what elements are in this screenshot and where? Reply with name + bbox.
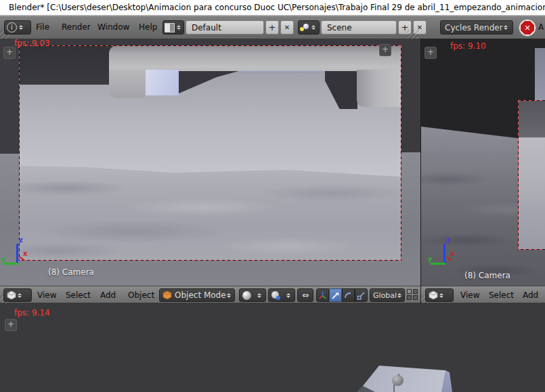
menu-view[interactable]: View [37,290,56,300]
axis-y-line [3,263,18,265]
camera-frame-partial [518,100,545,250]
axis-z-label: z [19,236,23,244]
solid-shading-icon [242,291,251,300]
editor-type-selector-info[interactable]: i [4,20,31,35]
axis-z-label: z [446,236,450,244]
toolshelf-expand-button[interactable]: + [5,319,17,331]
chevron-updown-icon [226,291,232,300]
info-header: i File Render Window Help Default + ✕ [0,16,545,40]
red-cancel-icon: ✕ [521,21,534,35]
manipulator-toggle-button[interactable] [316,288,329,302]
menu-file[interactable]: File [36,22,49,32]
translate-arrow-icon [331,291,340,300]
camera-border-right [401,45,401,261]
cancel-render-button[interactable]: ✕ [519,19,536,37]
fps-readout: fps: 9.03 [14,39,50,48]
scale-icon [357,291,366,300]
axis-x-label: x [450,250,454,257]
menu-view[interactable]: View [460,290,479,300]
camera-border-bottom [518,249,545,250]
rotate-arc-icon [344,291,353,300]
chevron-updown-icon [311,23,317,32]
scale-manipulator-button[interactable] [355,288,368,302]
view3d-header-left: View Select Add Object Object Mode ⇔ [0,286,420,303]
world-background [19,45,114,85]
menu-window[interactable]: Window [97,22,129,32]
translate-manipulator-button[interactable] [329,288,342,302]
camera-border-left [518,100,519,250]
view3d-editor-icon [428,290,439,301]
transform-orientation-dropdown[interactable]: Global [370,288,405,302]
scene-name-field[interactable]: Scene [321,20,397,35]
add-layout-button[interactable]: + [265,20,279,35]
screen-layout-name-field[interactable]: Default [186,20,264,35]
viewport-camera-main[interactable]: fps: 9.03 + + z y x (8) Camera [0,39,420,286]
chevron-updown-icon [18,23,24,32]
window-title: Blender* [C:\Users\deser\Desktop\Animaci… [9,3,545,12]
chevron-updown-icon [439,291,445,300]
pivot-icon [271,291,280,300]
menu-add[interactable]: Add [523,290,538,300]
toolshelf-expand-button[interactable]: + [3,47,16,59]
chevron-updown-icon [257,291,263,300]
menu-select[interactable]: Select [66,290,91,300]
table-top-face [357,363,452,392]
table-left-leg [146,70,179,95]
table-right-leg [357,70,401,107]
properties-expand-button[interactable]: + [379,44,391,56]
mode-dropdown[interactable]: Object Mode [159,288,235,302]
rotate-manipulator-button[interactable] [342,288,355,302]
view3d-editor-icon [6,290,17,301]
table-top-slab [109,45,401,71]
viewport-shading-dropdown[interactable] [239,288,266,302]
frame-sky-dark [518,100,545,137]
menu-help[interactable]: Help [139,22,157,32]
double-arrow-icon: ⇔ [302,290,309,300]
axis-z-line [443,244,445,263]
editor-type-selector-3dview[interactable] [3,288,32,302]
view3d-header-right: View Select Add [421,286,545,303]
axis-y-label: y [1,255,5,263]
editor-type-selector-3dview[interactable] [425,288,454,302]
table-left-end [109,70,146,98]
chevron-updown-icon [286,291,292,300]
viewport-top-view[interactable]: fps: 9.14 + [0,303,545,392]
menu-object[interactable]: Object [128,290,154,300]
viewport-camera-side[interactable]: fps: 9.10 + z y x (8) Camera [421,39,545,286]
truncated-text: A [538,22,544,32]
chevron-updown-icon [176,23,182,32]
object-mode-cube-icon [162,290,172,300]
blender-window: Blender* [C:\Users\deser\Desktop\Animaci… [0,0,545,392]
area-divider[interactable] [420,39,421,303]
window-titlebar[interactable]: Blender* [C:\Users\deser\Desktop\Animaci… [0,0,545,16]
chevron-updown-icon [17,291,23,300]
chevron-updown-icon [503,23,509,32]
water-ripples [19,164,401,261]
screen-layout-icon-button[interactable] [162,20,184,35]
delete-layout-button[interactable]: ✕ [280,20,294,35]
layers-widget[interactable] [407,289,418,300]
camera-name-label: (8) Camera [14,267,129,277]
corner-grip[interactable] [406,30,418,39]
fps-readout: fps: 9.10 [450,41,486,51]
scene-icon [300,23,309,32]
axis-z-line [16,244,18,263]
pin-needle [393,385,395,392]
scene-icon-button[interactable] [298,20,320,35]
menu-select[interactable]: Select [489,290,514,300]
axis-y-line [431,263,445,265]
menu-render[interactable]: Render [62,22,91,32]
pivot-point-dropdown[interactable] [268,288,295,302]
camera-border-top [19,45,401,46]
axis-x-label: x [23,250,27,257]
camera-name-label: (8) Camera [440,271,535,280]
manipulate-center-points-toggle[interactable]: ⇔ [297,288,313,302]
menu-add[interactable]: Add [100,290,116,300]
camera-frame [19,45,401,261]
toolshelf-expand-button[interactable]: + [424,47,437,59]
render-engine-dropdown[interactable]: Cycles Render [440,20,513,35]
camera-border-top [518,100,545,101]
camera-border-left [19,45,20,261]
axis-tripod-icon [318,291,327,300]
manipulator-group [316,288,368,302]
